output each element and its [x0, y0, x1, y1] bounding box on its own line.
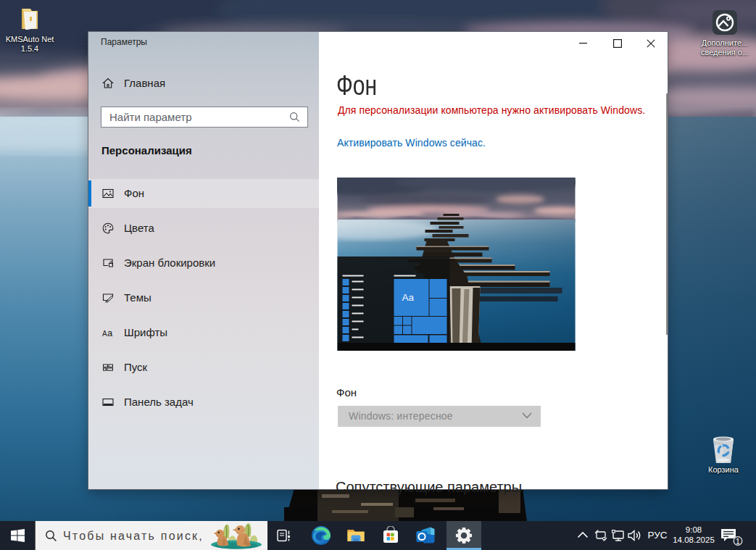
svg-text:A: A — [102, 330, 107, 338]
svg-text:a: a — [107, 328, 113, 338]
svg-text:Aa: Aa — [402, 292, 415, 303]
svg-text:1: 1 — [736, 537, 740, 546]
